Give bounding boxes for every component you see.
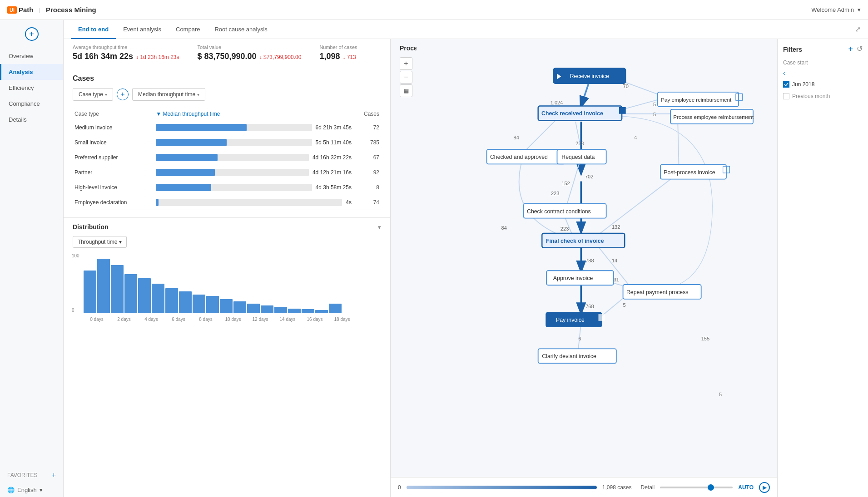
svg-text:Process employee reimbursement: Process employee reimbursement bbox=[673, 114, 754, 120]
tab-compare[interactable]: Compare bbox=[169, 20, 207, 39]
add-filter-button[interactable]: + bbox=[117, 89, 129, 100]
chart-bar bbox=[206, 296, 219, 313]
logo-pm-text: Process Mining bbox=[46, 6, 96, 14]
favorites-section: FAVORITES + bbox=[0, 467, 63, 483]
col-cases[interactable]: Cases bbox=[353, 108, 381, 120]
month-checkbox-jun[interactable] bbox=[783, 81, 789, 88]
new-button[interactable]: + bbox=[25, 27, 39, 41]
chart-bar bbox=[165, 288, 178, 313]
sidebar-item-details[interactable]: Details bbox=[0, 112, 63, 128]
metric-avg-value: 5d 16h 34m 22s bbox=[73, 52, 133, 61]
metric-cases-delta: ↓ 713 bbox=[342, 54, 356, 60]
month-nav-left[interactable]: ‹ bbox=[783, 69, 785, 77]
sidebar-item-analysis[interactable]: Analysis bbox=[0, 64, 63, 80]
cell-cases: 92 bbox=[353, 165, 381, 180]
distribution-collapse[interactable]: ▾ bbox=[378, 224, 381, 231]
svg-text:14: 14 bbox=[612, 258, 617, 263]
svg-text:5: 5 bbox=[653, 112, 656, 117]
right-panel: Process graph + − ▦ bbox=[391, 39, 777, 497]
svg-text:Check received invoice: Check received invoice bbox=[541, 110, 603, 117]
month-checkbox-prev[interactable] bbox=[783, 93, 789, 99]
svg-text:768: 768 bbox=[585, 304, 594, 309]
top-bar: Ui Path | Process Mining Welcome Admin ▾ bbox=[0, 0, 868, 20]
expand-button[interactable]: ⤢ bbox=[855, 25, 861, 34]
logo-path-text: Path bbox=[19, 6, 34, 14]
chart-x-label: 8 days bbox=[193, 317, 219, 322]
case-start-label: Case start bbox=[783, 59, 863, 66]
table-row[interactable]: Partner 4d 12h 21m 16s 92 bbox=[73, 165, 381, 180]
col-case-type[interactable]: Case type bbox=[73, 108, 154, 120]
tab-end-to-end[interactable]: End to end bbox=[71, 20, 116, 39]
top-right-user[interactable]: Welcome Admin ▾ bbox=[811, 6, 861, 13]
favorites-add-icon[interactable]: + bbox=[52, 471, 56, 479]
case-type-arrow: ▾ bbox=[105, 92, 107, 97]
chart-bar bbox=[247, 304, 260, 313]
svg-text:155: 155 bbox=[701, 336, 709, 341]
case-type-filter[interactable]: Case type ▾ bbox=[73, 88, 113, 101]
tab-event-analysis[interactable]: Event analysis bbox=[116, 20, 169, 39]
svg-text:Clarify deviant invoice: Clarify deviant invoice bbox=[542, 353, 596, 359]
chart-x-label: 2 days bbox=[111, 317, 137, 322]
chart-x-label: 4 days bbox=[138, 317, 164, 322]
filters-reset-button[interactable]: ↺ bbox=[857, 44, 863, 54]
welcome-label: Welcome Admin bbox=[811, 6, 854, 13]
cell-cases: 74 bbox=[353, 195, 381, 210]
table-row[interactable]: Medium invoice 6d 21h 3m 45s 72 bbox=[73, 120, 381, 135]
table-row[interactable]: Preferred supplier 4d 16h 32m 22s 67 bbox=[73, 150, 381, 165]
month-item-prev[interactable]: Previous month bbox=[783, 91, 863, 101]
filters-header: Filters + ↺ bbox=[783, 44, 863, 54]
metric-avg-delta: ↓ 1d 23h 16m 23s bbox=[136, 54, 179, 60]
month-nav: ‹ bbox=[783, 69, 863, 77]
svg-text:1,024: 1,024 bbox=[551, 100, 563, 105]
throughput-filter[interactable]: Median throughput time ▾ bbox=[132, 88, 205, 101]
svg-text:4: 4 bbox=[634, 135, 637, 140]
detail-slider[interactable] bbox=[660, 487, 733, 488]
month-name-jun: Jun 2018 bbox=[792, 81, 814, 88]
svg-rect-47 bbox=[598, 314, 605, 321]
logo-separator: | bbox=[39, 6, 40, 13]
month-label-jun: Jun 2018 bbox=[792, 81, 814, 88]
filters-add-button[interactable]: + bbox=[848, 44, 853, 54]
main-content: Average throughput time 5d 16h 34m 22s ↓… bbox=[64, 39, 868, 497]
svg-text:5: 5 bbox=[623, 302, 626, 308]
cases-table: Case type ▼ Median throughput time Cases… bbox=[73, 108, 381, 210]
logo-ui-box: Ui bbox=[7, 6, 17, 14]
svg-text:Final check of invoice: Final check of invoice bbox=[546, 238, 604, 244]
chart-bar bbox=[233, 301, 246, 313]
month-item-jun[interactable]: Jun 2018 bbox=[783, 79, 863, 89]
svg-text:5: 5 bbox=[719, 392, 722, 397]
sidebar-item-compliance[interactable]: Compliance bbox=[0, 96, 63, 112]
chart-bar bbox=[315, 310, 328, 313]
month-label-prev: Previous month bbox=[792, 93, 830, 99]
col-throughput[interactable]: ▼ Median throughput time bbox=[154, 108, 353, 120]
svg-text:702: 702 bbox=[585, 174, 593, 179]
play-button[interactable]: ▶ bbox=[759, 482, 770, 493]
sidebar-item-overview[interactable]: Overview bbox=[0, 48, 63, 64]
distribution-section: Distribution ▾ Throughput time ▾ 100 0 0 bbox=[64, 217, 390, 327]
language-selector[interactable]: 🌐 English ▾ bbox=[0, 483, 63, 497]
chart-x-label: 18 days bbox=[329, 317, 355, 322]
svg-text:5: 5 bbox=[653, 102, 656, 107]
metrics-bar: Average throughput time 5d 16h 34m 22s ↓… bbox=[64, 39, 390, 67]
language-label: English bbox=[17, 487, 37, 493]
table-row[interactable]: Small invoice 5d 5h 11m 40s 785 bbox=[73, 135, 381, 150]
cell-cases: 67 bbox=[353, 150, 381, 165]
sidebar-item-efficiency[interactable]: Efficiency bbox=[0, 80, 63, 96]
main-layout: + Overview Analysis Efficiency Complianc… bbox=[0, 20, 868, 497]
distribution-filter[interactable]: Throughput time ▾ bbox=[73, 236, 127, 248]
chart-x-label: 0 days bbox=[84, 317, 110, 322]
chart-bar bbox=[193, 295, 205, 313]
svg-text:Pay invoice: Pay invoice bbox=[556, 317, 585, 323]
table-row[interactable]: Employee declaration 4s 74 bbox=[73, 195, 381, 210]
chart-bar bbox=[274, 307, 287, 313]
globe-icon: 🌐 bbox=[7, 487, 15, 493]
chart-bar bbox=[220, 299, 233, 313]
cell-cases: 72 bbox=[353, 120, 381, 135]
table-row[interactable]: High-level invoice 4d 3h 58m 25s 8 bbox=[73, 180, 381, 195]
user-dropdown-arrow[interactable]: ▾ bbox=[858, 6, 861, 13]
tab-root-cause[interactable]: Root cause analysis bbox=[207, 20, 274, 39]
progress-fill bbox=[407, 486, 597, 489]
content-area: End to end Event analysis Compare Root c… bbox=[64, 20, 868, 497]
chart-y-zero: 0 bbox=[72, 308, 74, 313]
auto-button[interactable]: AUTO bbox=[738, 484, 754, 491]
